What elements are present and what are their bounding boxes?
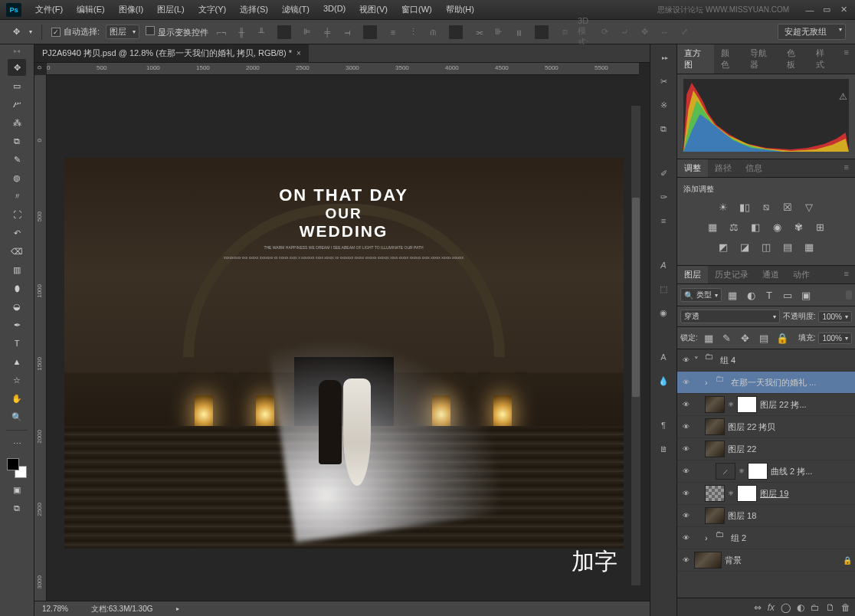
auto-select-target[interactable]: 图层▾ xyxy=(106,25,139,39)
more-dist2-icon[interactable]: ⊪ xyxy=(492,25,506,39)
panel-menu-icon[interactable]: ≡ xyxy=(838,266,855,283)
screen-mode[interactable]: ⧉ xyxy=(8,500,26,516)
menu-item[interactable]: 文字(Y) xyxy=(192,2,233,17)
healing-brush-tool[interactable]: ◍ xyxy=(8,169,26,186)
color-swatch[interactable] xyxy=(5,457,28,480)
lock-pixel-icon[interactable]: ✎ xyxy=(719,330,735,346)
menu-item[interactable]: 选择(S) xyxy=(234,2,274,17)
pen-tool[interactable]: ✒ xyxy=(8,316,26,333)
clone-source-icon[interactable]: ⧉ xyxy=(655,120,672,137)
color-lookup-icon[interactable]: ⊞ xyxy=(812,219,827,234)
workspace-selector[interactable]: 安超无敌组▾ xyxy=(778,24,846,40)
panel-tab[interactable]: 样式 xyxy=(809,44,838,74)
more-dist3-icon[interactable]: ⫼ xyxy=(512,25,526,39)
panel-tab[interactable]: 通道 xyxy=(755,266,786,283)
filter-pixel-icon[interactable]: ▦ xyxy=(725,287,740,303)
close-icon[interactable]: ✕ xyxy=(838,5,849,15)
layer-row[interactable]: 👁⚛图层 19 xyxy=(677,483,855,505)
layer-row[interactable]: 👁⟋⚛曲线 2 拷... xyxy=(677,460,855,483)
layer-row[interactable]: 👁图层 22 xyxy=(677,438,855,460)
show-transform-toggle[interactable]: 显示变换控件 xyxy=(146,26,208,38)
zoom-level[interactable]: 12.78% xyxy=(42,605,68,613)
magic-wand-tool[interactable]: ⁂ xyxy=(8,114,26,131)
3d-pan-icon[interactable]: ✥ xyxy=(637,25,651,39)
glyphs-icon[interactable]: A xyxy=(655,257,672,274)
close-tab-icon[interactable]: × xyxy=(296,49,301,57)
visibility-icon[interactable]: 👁 xyxy=(680,377,691,388)
layer-row[interactable]: 👁图层 22 拷贝 xyxy=(677,416,855,438)
canvas[interactable]: ON THAT DAY OUR WEDDING THE WARM HAPPINE… xyxy=(47,75,640,601)
panel-tab[interactable]: 动作 xyxy=(786,266,817,283)
fill-value[interactable]: 100%▾ xyxy=(818,333,852,344)
brightness-icon[interactable]: ☀ xyxy=(716,199,731,215)
align-hcenter-icon[interactable]: ╪ xyxy=(320,25,334,39)
panel-tab[interactable]: 调整 xyxy=(677,159,708,177)
checkbox-icon[interactable] xyxy=(51,28,61,37)
menu-item[interactable]: 窗口(W) xyxy=(395,2,438,17)
horizontal-ruler[interactable]: 0500100015002000250030003500400045005000… xyxy=(47,63,639,75)
menu-item[interactable]: 图层(L) xyxy=(151,2,190,17)
panel-tab[interactable]: 颜色 xyxy=(714,44,743,74)
delete-icon[interactable]: 🗑 xyxy=(841,602,850,613)
blur-tool[interactable]: ⬮ xyxy=(8,280,26,297)
panel-tab[interactable]: 导航器 xyxy=(743,44,780,74)
filter-text-icon[interactable]: T xyxy=(762,287,777,303)
panel-tab[interactable]: 路径 xyxy=(708,159,739,177)
menu-item[interactable]: 滤镜(T) xyxy=(276,2,316,17)
layer-row[interactable]: 👁˅🗀组 4 xyxy=(677,349,855,372)
zoom-tool[interactable]: 🔍 xyxy=(8,408,26,425)
char-style-icon[interactable]: A xyxy=(655,349,672,365)
blend-mode[interactable]: 穿透▾ xyxy=(680,310,780,323)
restore-icon[interactable]: ▭ xyxy=(821,5,832,15)
dist-v-icon[interactable]: ⋮ xyxy=(406,25,420,39)
align-top-icon[interactable]: ⌐¬ xyxy=(215,25,228,39)
align-left-icon[interactable]: ⊫ xyxy=(300,25,314,39)
filter-toggle[interactable] xyxy=(846,290,852,300)
mask-icon[interactable]: ◯ xyxy=(781,602,791,613)
panel-tab[interactable]: 直方图 xyxy=(677,44,714,74)
invert-icon[interactable]: ◩ xyxy=(716,239,731,254)
gradient-map-icon[interactable]: ▤ xyxy=(780,239,795,254)
hand-tool[interactable]: ✋ xyxy=(8,390,26,407)
align-bottom-icon[interactable]: ╨ xyxy=(254,25,268,39)
layer-row[interactable]: 👁›🗀在那一天我们的婚礼 ... xyxy=(677,372,855,394)
3d-panel-icon[interactable]: ⬚ xyxy=(655,280,672,297)
threshold-icon[interactable]: ◫ xyxy=(758,239,774,254)
creative-cloud-icon[interactable]: ◉ xyxy=(655,304,672,321)
edit-toolbar[interactable]: ⋯ xyxy=(8,435,26,452)
3d-scale-icon[interactable]: ⤢ xyxy=(677,25,691,39)
brush-tool[interactable]: 〃 xyxy=(8,188,26,205)
filter-smart-icon[interactable]: ▣ xyxy=(798,287,814,303)
bw-icon[interactable]: ◧ xyxy=(748,219,763,234)
panel-menu-icon[interactable]: ≡ xyxy=(838,159,855,177)
selective-color-icon[interactable]: ▦ xyxy=(801,239,817,254)
lock-nest-icon[interactable]: ▤ xyxy=(756,330,771,346)
stamp-tool[interactable]: ⛶ xyxy=(8,206,26,223)
visibility-icon[interactable]: 👁 xyxy=(680,466,691,477)
layer-row[interactable]: 👁背景🔒 xyxy=(677,549,855,572)
visibility-icon[interactable]: 👁 xyxy=(680,399,691,410)
vertical-scrollbar[interactable] xyxy=(631,106,640,585)
minimize-icon[interactable]: — xyxy=(804,5,815,15)
tools-preset-icon[interactable]: ✂ xyxy=(655,73,672,90)
crop-tool[interactable]: ⧉ xyxy=(8,133,26,149)
character-icon[interactable]: ✑ xyxy=(655,188,672,205)
channel-mixer-icon[interactable]: ✾ xyxy=(791,219,806,234)
hue-sat-icon[interactable]: ▦ xyxy=(705,219,720,234)
histogram-warning-icon[interactable]: ⚠ xyxy=(839,91,847,102)
dist-h-icon[interactable]: ≡ xyxy=(386,25,400,39)
quick-mask[interactable]: ▣ xyxy=(8,481,26,498)
panel-tab[interactable]: 色板 xyxy=(780,44,809,74)
para-style-icon[interactable]: 💧 xyxy=(655,372,672,389)
color-balance-icon[interactable]: ⚖ xyxy=(726,219,742,234)
filter-adj-icon[interactable]: ◐ xyxy=(743,287,758,303)
menu-item[interactable]: 编辑(E) xyxy=(70,2,111,17)
new-layer-icon[interactable]: 🗋 xyxy=(826,602,835,613)
menu-item[interactable]: 图像(I) xyxy=(113,2,149,17)
visibility-icon[interactable]: 👁 xyxy=(680,421,691,432)
eyedropper-tool[interactable]: ✎ xyxy=(8,151,26,168)
curves-icon[interactable]: ⧅ xyxy=(758,199,774,215)
align-right-icon[interactable]: ⫤ xyxy=(340,25,354,39)
brush-settings-icon[interactable]: ✐ xyxy=(655,165,672,182)
type-tool[interactable]: T xyxy=(8,335,26,352)
